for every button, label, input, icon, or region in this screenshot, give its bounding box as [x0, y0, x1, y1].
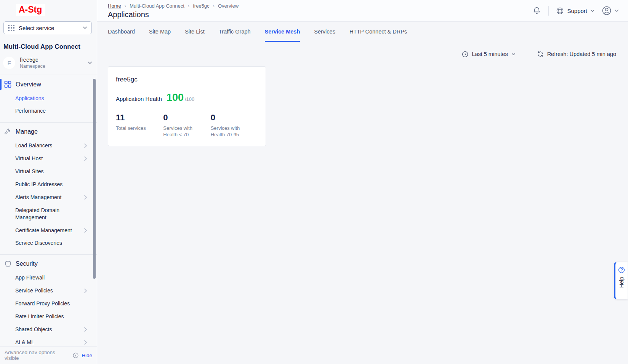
stat-services-with-health-70: 0Services with Health < 70 — [163, 113, 210, 138]
sidebar-item-service-policies[interactable]: Service Policies — [0, 284, 97, 297]
sidebar-item-shared-objects[interactable]: Shared Objects — [0, 323, 97, 336]
tab-services[interactable]: Services — [314, 22, 335, 42]
breadcrumb-free5gc[interactable]: free5gc — [193, 3, 209, 9]
time-range-label: Last 5 minutes — [472, 51, 508, 57]
service-selector-label: Select service — [19, 25, 78, 31]
namespace-avatar: F — [3, 57, 15, 69]
toolbar: Last 5 minutes Refresh: Updated 5 min ag… — [108, 42, 628, 66]
chevron-down-icon — [88, 61, 92, 64]
sidebar-item-app-firewall[interactable]: App Firewall — [0, 271, 97, 284]
refresh-button[interactable]: Refresh: Updated 5 min ago — [537, 51, 616, 57]
sidebar-section-label: Security — [16, 260, 38, 267]
tab-service-mesh[interactable]: Service Mesh — [265, 22, 300, 42]
sidebar-section-overview: OverviewApplicationsPerformance — [0, 75, 97, 123]
sidebar-item-alerts-management[interactable]: Alerts Management — [0, 191, 97, 204]
chevron-down-icon — [83, 26, 87, 29]
sidebar-item-label: AI & ML — [15, 339, 81, 346]
wrench-icon — [4, 128, 11, 136]
clock-icon — [462, 51, 468, 57]
stat-label: Total services — [116, 125, 154, 132]
account-menu[interactable] — [602, 6, 619, 16]
support-label: Support — [567, 8, 587, 14]
stat-label: Services with Health 70-95 — [211, 125, 249, 138]
bell-icon[interactable] — [532, 6, 541, 15]
stat-value: 0 — [211, 113, 258, 123]
help-button[interactable]: Help — [614, 262, 628, 299]
sidebar-item-label: App Firewall — [15, 274, 87, 281]
breadcrumb-separator: › — [213, 3, 215, 9]
sidebar-item-applications[interactable]: Applications — [0, 92, 97, 105]
sidebar-section-security: SecurityApp FirewallService PoliciesForw… — [0, 255, 97, 346]
sidebar-item-rate-limiter-policies[interactable]: Rate Limiter Policies — [0, 310, 97, 323]
chevron-down-icon — [615, 10, 619, 12]
sidebar-item-label: Virtual Sites — [15, 168, 87, 175]
breadcrumb-separator: › — [188, 3, 189, 9]
tab-dashboard[interactable]: Dashboard — [108, 22, 135, 42]
sidebar-section-label: Manage — [16, 128, 38, 135]
topbar: Home›Multi-Cloud App Connect›free5gc›Ove… — [97, 0, 628, 22]
sidebar-item-label: Service Discoveries — [15, 239, 87, 247]
sidebar-item-label: Alerts Management — [15, 194, 81, 201]
refresh-label: Refresh: Updated 5 min ago — [547, 51, 616, 57]
stat-value: 11 — [116, 113, 163, 123]
tab-http-connect-drps[interactable]: HTTP Connect & DRPs — [349, 22, 407, 42]
sidebar-section-header-manage[interactable]: Manage — [0, 125, 97, 139]
sidebar-section-label: Overview — [16, 81, 41, 88]
topbar-left: Home›Multi-Cloud App Connect›free5gc›Ove… — [108, 0, 239, 21]
page-title: Applications — [108, 10, 239, 19]
sidebar-item-virtual-sites[interactable]: Virtual Sites — [0, 165, 97, 178]
chevron-right-icon — [84, 195, 87, 200]
chevron-right-icon — [84, 144, 87, 148]
tab-bar: DashboardSite MapSite ListTraffic GraphS… — [108, 22, 628, 42]
sidebar-item-public-ip-addresses[interactable]: Public IP Addresses — [0, 178, 97, 191]
sidebar-item-label: Service Policies — [15, 287, 81, 294]
brand-logo: A-Stg — [16, 4, 45, 16]
sidebar-item-performance[interactable]: Performance — [0, 105, 97, 118]
stat-services-with-health-70-95: 0Services with Health 70-95 — [211, 113, 258, 138]
sidebar-section-header-overview[interactable]: Overview — [0, 77, 97, 92]
refresh-icon — [537, 51, 544, 57]
sidebar-item-virtual-host[interactable]: Virtual Host — [0, 152, 97, 165]
namespace-type: Namespace — [20, 64, 45, 69]
sidebar-scrollbar[interactable] — [93, 79, 96, 279]
sidebar-item-label: Shared Objects — [15, 326, 81, 333]
application-card: free5gc Application Health 100 /100 11To… — [108, 66, 266, 146]
stat-total-services: 11Total services — [116, 113, 163, 138]
sidebar-item-label: Load Balancers — [15, 142, 81, 149]
sidebar-section-header-security[interactable]: Security — [0, 257, 97, 271]
breadcrumb-separator: › — [125, 3, 126, 9]
tab-site-list[interactable]: Site List — [185, 22, 205, 42]
service-selector[interactable]: Select service — [3, 21, 92, 34]
topbar-right: Support — [532, 0, 619, 21]
sidebar-item-label: Applications — [15, 95, 87, 102]
health-row: Application Health 100 /100 — [116, 92, 258, 104]
tab-traffic-graph[interactable]: Traffic Graph — [219, 22, 251, 42]
sidebar-item-service-discoveries[interactable]: Service Discoveries — [0, 237, 97, 250]
logo-wrap: A-Stg — [16, 4, 97, 16]
product-title: Multi-Cloud App Connect — [3, 43, 92, 50]
tab-site-map[interactable]: Site Map — [149, 22, 171, 42]
time-range-dropdown[interactable]: Last 5 minutes — [462, 51, 515, 57]
sidebar-item-label: Certificate Management — [15, 227, 81, 234]
breadcrumb: Home›Multi-Cloud App Connect›free5gc›Ove… — [108, 3, 239, 9]
info-icon — [73, 353, 78, 358]
help-icon — [618, 267, 625, 273]
breadcrumb-home[interactable]: Home — [108, 3, 121, 9]
sidebar-item-certificate-management[interactable]: Certificate Management — [0, 224, 97, 237]
squares-icon — [4, 81, 11, 88]
sidebar-item-delegated-domain-management[interactable]: Delegated Domain Management — [0, 204, 97, 224]
health-max: /100 — [185, 96, 194, 102]
user-avatar-icon — [602, 6, 612, 16]
hide-advanced-nav-link[interactable]: Hide — [82, 353, 92, 358]
breadcrumb-multi-cloud-app-connect[interactable]: Multi-Cloud App Connect — [130, 3, 184, 9]
sidebar-section-items: ApplicationsPerformance — [0, 92, 97, 118]
sidebar-item-label: Delegated Domain Management — [15, 207, 87, 221]
sidebar-section-items: App FirewallService PoliciesForward Prox… — [0, 271, 97, 346]
application-link[interactable]: free5gc — [116, 76, 138, 83]
chevron-right-icon — [84, 289, 87, 293]
sidebar-item-load-balancers[interactable]: Load Balancers — [0, 139, 97, 152]
sidebar-item-ai-ml[interactable]: AI & ML — [0, 336, 97, 346]
sidebar-item-forward-proxy-policies[interactable]: Forward Proxy Policies — [0, 297, 97, 310]
namespace-selector[interactable]: F free5gc Namespace — [3, 57, 92, 69]
support-menu[interactable]: Support — [556, 7, 594, 15]
